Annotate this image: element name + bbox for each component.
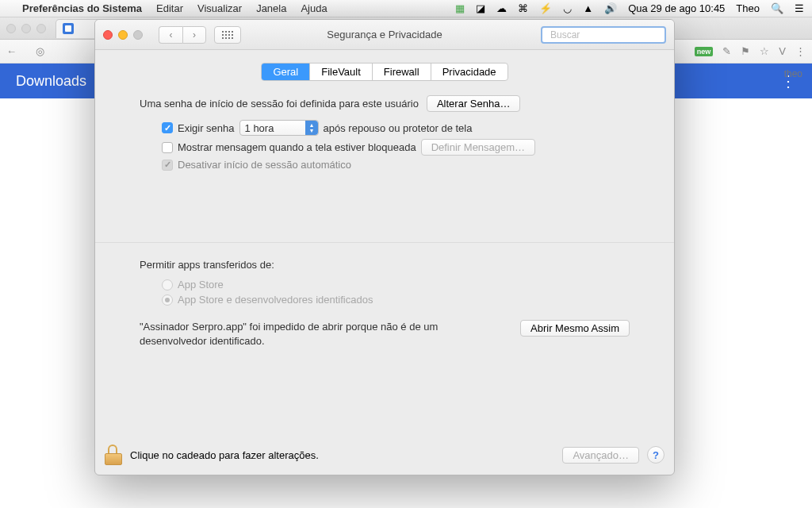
advanced-button[interactable]: Avançado…	[562, 447, 639, 464]
tab-favicon-icon	[63, 23, 74, 34]
radio-appstore-label: App Store	[178, 279, 224, 291]
require-password-label: Exigir senha	[178, 122, 235, 134]
require-password-checkbox[interactable]	[162, 122, 173, 133]
eject-icon[interactable]: ▲	[583, 2, 593, 14]
volume-icon[interactable]: 🔊	[604, 2, 617, 14]
extension-v-icon[interactable]: V	[779, 45, 786, 57]
browser-profile-name[interactable]: theo	[784, 68, 802, 79]
close-icon[interactable]	[103, 30, 113, 40]
minimize-icon[interactable]	[21, 24, 31, 33]
search-input[interactable]	[550, 29, 669, 40]
back-icon[interactable]: ←	[6, 45, 17, 57]
show-all-button[interactable]	[214, 26, 241, 44]
forward-icon[interactable]	[25, 45, 28, 57]
radio-identified-label: App Store e desenvolvedores identificado…	[178, 294, 373, 306]
radio-identified-developers	[162, 294, 173, 306]
keybase-icon[interactable]: ⌘	[518, 2, 528, 14]
close-icon[interactable]	[6, 24, 16, 33]
disable-autologin-checkbox	[162, 160, 173, 171]
open-anyway-button[interactable]: Abrir Mesmo Assim	[520, 320, 630, 337]
downloads-title: Downloads	[16, 73, 86, 90]
eyedropper-icon[interactable]: ✎	[722, 45, 731, 57]
notifications-icon[interactable]: ☰	[795, 2, 804, 14]
bluetooth-icon[interactable]: ⚡	[539, 2, 552, 14]
lock-icon[interactable]	[105, 444, 122, 465]
login-password-text: Uma senha de início de sessão foi defini…	[140, 98, 419, 110]
tab-firewall[interactable]: Firewall	[373, 64, 431, 80]
datetime[interactable]: Qua 29 de ago 10:45	[628, 2, 725, 14]
forward-button[interactable]: ›	[182, 26, 206, 44]
extension-new-badge-icon[interactable]: new	[695, 47, 714, 56]
app-menu[interactable]: Preferências do Sistema	[22, 2, 142, 14]
wifi-icon[interactable]: ◡	[563, 2, 572, 14]
tab-privacy[interactable]: Privacidade	[431, 64, 508, 80]
prefs-titlebar: ‹ › Segurança e Privacidade	[95, 20, 674, 50]
tab-group: Geral FileVault Firewall Privacidade	[261, 63, 508, 81]
tab-general[interactable]: Geral	[262, 64, 310, 80]
disk-icon[interactable]: ☁	[496, 2, 507, 14]
username[interactable]: Theo	[736, 2, 760, 14]
zoom-icon[interactable]	[36, 24, 46, 33]
grid-icon	[222, 31, 233, 39]
menubar: Preferências do Sistema Editar Visualiza…	[0, 0, 812, 17]
spotlight-icon[interactable]: 🔍	[771, 2, 783, 14]
require-password-delay-value: 1 hora	[245, 122, 274, 134]
blocked-app-text: "Assinador Serpro.app" foi impedido de a…	[140, 320, 457, 348]
zoom-icon[interactable]	[133, 30, 143, 40]
select-arrows-icon	[305, 121, 318, 135]
system-preferences-window: ‹ › Segurança e Privacidade Geral FileVa…	[94, 19, 675, 475]
divider	[95, 242, 674, 243]
show-message-label: Mostrar mensagem quando a tela estiver b…	[178, 141, 416, 153]
status-green-icon[interactable]: ▦	[455, 2, 465, 14]
change-password-button[interactable]: Alterar Senha…	[427, 95, 521, 112]
minimize-icon[interactable]	[118, 30, 128, 40]
browser-menu-icon[interactable]: ⋮	[795, 45, 806, 57]
show-message-checkbox[interactable]	[162, 142, 173, 153]
window-menu[interactable]: Janela	[256, 2, 286, 14]
omnibox-secure-icon[interactable]: ◎	[36, 45, 44, 57]
disable-autologin-label: Desativar início de sessão automático	[178, 159, 351, 171]
help-menu[interactable]: Ajuda	[301, 2, 327, 14]
general-pane: Uma senha de início de sessão foi defini…	[95, 81, 674, 348]
bookmark-star-icon[interactable]: ☆	[760, 45, 769, 57]
back-button[interactable]: ‹	[159, 26, 182, 44]
require-password-after-label: após repouso ou protetor de tela	[324, 122, 473, 134]
footer: Clique no cadeado para fazer alterações.…	[105, 444, 665, 465]
view-menu[interactable]: Visualizar	[197, 2, 242, 14]
set-message-button[interactable]: Definir Mensagem…	[421, 139, 536, 156]
box-icon[interactable]: ◪	[476, 2, 485, 14]
allow-apps-label: Permitir apps transferidos de:	[140, 259, 630, 271]
edit-menu[interactable]: Editar	[156, 2, 183, 14]
tab-filevault[interactable]: FileVault	[310, 64, 373, 80]
lock-text: Clique no cadeado para fazer alterações.	[130, 449, 319, 461]
search-field[interactable]	[541, 26, 666, 44]
help-button[interactable]: ?	[647, 446, 665, 464]
extension-flag-icon[interactable]: ⚑	[741, 45, 750, 57]
require-password-delay-select[interactable]: 1 hora	[239, 120, 319, 136]
radio-appstore	[162, 279, 173, 291]
window-title: Segurança e Privacidade	[327, 29, 442, 40]
